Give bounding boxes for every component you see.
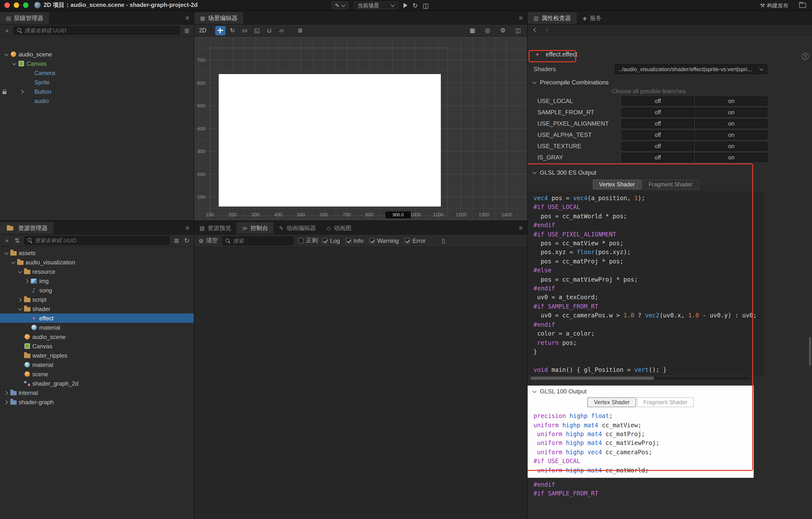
define-use_alpha_test-off-button[interactable]: off (622, 130, 694, 139)
fullscreen-button[interactable]: ◫ (513, 26, 523, 35)
hierarchy-node-audio_scene[interactable]: audio_scene (0, 50, 194, 59)
assets-filter-icon[interactable]: ≣ (173, 237, 180, 244)
checkbox-error[interactable] (405, 238, 410, 243)
scale-tool-button[interactable]: ◱ (252, 26, 262, 35)
hierarchy-filter-icon[interactable]: ≣ (183, 27, 190, 34)
asset-item-material[interactable]: material (0, 323, 194, 332)
tab-assets-preview[interactable]: ▧资源预览 (194, 222, 237, 234)
define-use_pixel_alignment-off-button[interactable]: off (622, 119, 694, 128)
expand-chevron-icon[interactable] (3, 51, 9, 57)
asset-item-assets[interactable]: assets (0, 248, 194, 257)
define-use_pixel_alignment-on-button[interactable]: on (695, 119, 767, 128)
tab-scene-editor[interactable]: ▦ 场景编辑器 (194, 12, 243, 24)
vertical-scrollbar-thumb[interactable] (809, 337, 811, 365)
asset-item-shader_graph_2d[interactable]: shader_graph_2d (0, 379, 194, 388)
scene-settings-button[interactable]: ⚙ (498, 26, 508, 35)
expand-chevron-icon[interactable] (19, 88, 25, 95)
glsl100-vertex-tab[interactable]: Vertex Shader (588, 397, 636, 407)
sort-assets-icon[interactable]: ⇅ (14, 237, 21, 244)
scene-select[interactable]: 当前场景 (353, 1, 399, 9)
grid-visibility-button[interactable]: ▦ (467, 26, 477, 35)
expand-chevron-icon[interactable] (3, 389, 9, 396)
tab-console[interactable]: ≫控制台 (237, 222, 273, 234)
help-icon[interactable]: ? (802, 53, 809, 60)
hierarchy-node-sprite[interactable]: Sprite (0, 78, 194, 87)
expand-chevron-icon[interactable] (3, 250, 9, 256)
asset-item-resource[interactable]: resource (0, 267, 194, 276)
expand-chevron-icon[interactable] (11, 60, 17, 67)
tab-animation-graph[interactable]: ◇动画图 (321, 222, 357, 234)
define-sample_from_rt-off-button[interactable]: off (622, 108, 694, 116)
checkbox-log[interactable] (322, 238, 327, 243)
create-asset-button[interactable]: + (3, 237, 10, 244)
lock-icon[interactable] (2, 91, 6, 94)
expand-chevron-icon[interactable] (17, 268, 23, 275)
asset-item-internal[interactable]: internal (0, 388, 194, 397)
build-publish-button[interactable]: ⚒ 构建发布 (757, 1, 791, 9)
gizmo-camera-button[interactable]: ◎ (483, 26, 493, 35)
define-use_local-off-button[interactable]: off (622, 97, 694, 105)
expand-chevron-icon[interactable] (10, 259, 16, 265)
define-is_gray-on-button[interactable]: on (695, 153, 767, 162)
asset-item-script[interactable]: script (0, 295, 194, 304)
filter-warning[interactable]: Warning (369, 237, 399, 244)
refresh-assets-icon[interactable]: ↻ (183, 237, 190, 244)
checkbox-warning[interactable] (369, 238, 375, 243)
rect-tool-button[interactable]: ▭ (239, 26, 250, 35)
minimize-window-button[interactable] (14, 2, 19, 8)
reload-button[interactable]: ↻ (412, 2, 418, 8)
scene-viewport[interactable]: 700600500400300200100 100200300400500600… (194, 37, 528, 220)
asset-item-shader-graph[interactable]: shader-graph (0, 397, 194, 407)
tab-inspector[interactable]: ▥ 属性检查器 (528, 12, 577, 24)
asset-item-audio_scene[interactable]: audio_scene (0, 332, 194, 342)
define-is_gray-off-button[interactable]: off (622, 153, 694, 162)
mode-2d-button[interactable]: 2D (198, 25, 211, 36)
project-folder-icon[interactable] (799, 3, 806, 8)
tab-assets[interactable]: 资源管理器 (0, 222, 53, 234)
scrollbar-thumb[interactable] (530, 377, 654, 380)
tab-animation-editor[interactable]: ✎动画编辑器 (273, 222, 321, 234)
precompile-section-header[interactable]: Precompile Combinations (528, 78, 771, 87)
history-back-icon[interactable] (533, 28, 537, 32)
shaders-select[interactable]: ../audio_visualization/shader/effect|spr… (615, 64, 767, 74)
asset-item-canvas[interactable]: Canvas (0, 342, 194, 351)
create-node-button[interactable]: + (3, 27, 10, 34)
tab-service[interactable]: ◈ 服务 (577, 12, 608, 24)
horizontal-scrollbar[interactable] (530, 377, 751, 380)
tab-hierarchy[interactable]: ▤ 层级管理器 (0, 12, 49, 24)
glsl100-section-header[interactable]: GLSL 100 Output (528, 386, 754, 395)
play-button[interactable] (404, 3, 407, 8)
rotate-tool-button[interactable]: ↻ (227, 26, 238, 35)
regex-toggle[interactable]: 正则 (298, 237, 318, 245)
asset-item-song[interactable]: song (0, 285, 194, 295)
asset-item-scene[interactable]: scene (0, 370, 194, 379)
assets-search-input[interactable] (35, 238, 166, 243)
define-use_texture-off-button[interactable]: off (622, 141, 694, 151)
regex-checkbox[interactable] (298, 238, 303, 243)
filter-info[interactable]: Info (346, 237, 363, 244)
clear-console-button[interactable]: ⊘ 清空 (199, 237, 218, 245)
asset-item-img[interactable]: img (0, 276, 194, 285)
edit-tool-dropdown[interactable]: ✎ (331, 1, 349, 9)
hierarchy-node-button[interactable]: Button (0, 87, 194, 96)
layout-grid-button[interactable]: ◫ (423, 2, 429, 8)
asset-item-effect[interactable]: effect (0, 313, 194, 323)
hierarchy-menu-icon[interactable]: ≡ (185, 14, 189, 22)
console-menu-icon[interactable]: ≡ (519, 224, 523, 231)
checkbox-info[interactable] (346, 238, 351, 243)
close-window-button[interactable] (4, 2, 10, 8)
scene-menu-icon[interactable]: ≡ (519, 14, 523, 22)
glsl300-fragment-tab[interactable]: Fragment Shader (642, 180, 699, 189)
asset-item-material[interactable]: material (0, 360, 194, 370)
canvas-content[interactable] (219, 74, 441, 207)
anchor-tool-button[interactable]: ▱ (276, 26, 287, 35)
asset-item-audio_visualization[interactable]: audio_visualization (0, 257, 194, 267)
define-use_local-on-button[interactable]: on (695, 97, 767, 105)
ui-transform-tool-button[interactable]: ⊔ (264, 26, 274, 35)
expand-chevron-icon[interactable] (24, 278, 30, 284)
glsl100-fragment-tab[interactable]: Fragment Shader (637, 397, 694, 407)
stats-toggle-button[interactable]: ≣ (295, 26, 305, 35)
filter-error[interactable]: Error (405, 237, 426, 244)
define-use_texture-on-button[interactable]: on (695, 141, 767, 151)
hierarchy-node-camera[interactable]: Camera (0, 68, 194, 78)
